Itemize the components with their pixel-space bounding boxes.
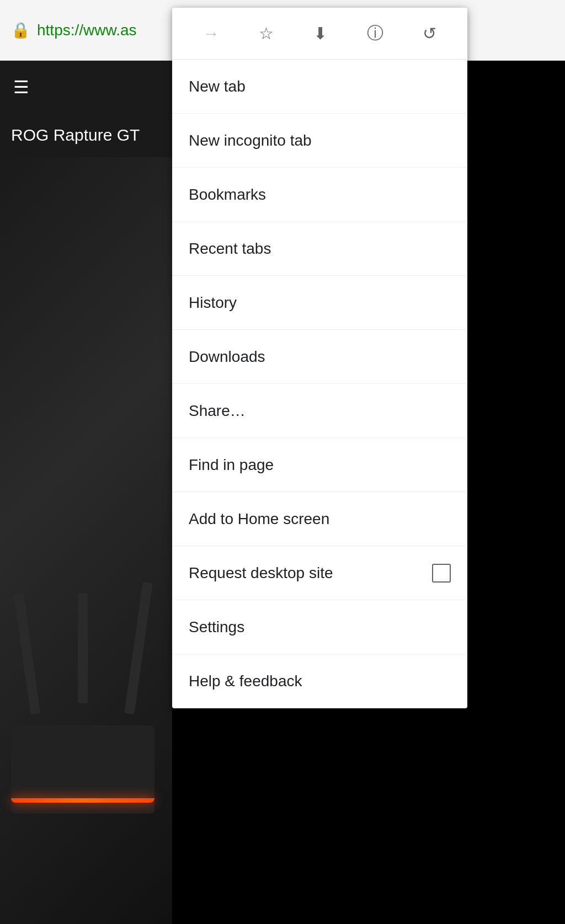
bookmark-icon[interactable]: ☆ [254,19,278,47]
menu-item-request-desktop[interactable]: Request desktop site [172,546,467,600]
page-title-area: ROG Rapture GT [0,113,172,157]
antenna-center [78,593,88,703]
dropdown-menu: → ☆ ⬇ ⓘ ↺ New tabNew incognito tabBookma… [172,8,467,708]
menu-item-share[interactable]: Share… [172,384,467,438]
menu-item-downloads[interactable]: Downloads [172,330,467,384]
menu-item-label-history: History [189,294,237,312]
nav-bar: ☰ [0,61,172,113]
menu-item-label-add-to-home: Add to Home screen [189,510,329,528]
menu-item-add-to-home[interactable]: Add to Home screen [172,492,467,546]
menu-item-label-request-desktop: Request desktop site [189,564,333,582]
menu-item-new-tab[interactable]: New tab [172,60,467,114]
checkbox-request-desktop[interactable] [432,564,451,583]
forward-icon[interactable]: → [199,20,224,47]
menu-item-label-help-feedback: Help & feedback [189,672,302,690]
router-base [11,725,154,814]
menu-item-label-settings: Settings [189,618,244,636]
menu-item-find-in-page[interactable]: Find in page [172,438,467,492]
menu-item-label-bookmarks: Bookmarks [189,186,266,204]
url-text[interactable]: https://www.as [37,22,137,39]
router-image [0,157,172,924]
page-content [0,157,172,924]
menu-item-help-feedback[interactable]: Help & feedback [172,654,467,708]
menu-item-settings[interactable]: Settings [172,600,467,654]
info-icon[interactable]: ⓘ [363,18,388,49]
menu-item-label-find-in-page: Find in page [189,456,274,474]
antenna-left [14,593,40,714]
menu-item-label-new-incognito-tab: New incognito tab [189,132,312,149]
menu-item-history[interactable]: History [172,276,467,330]
menu-item-new-incognito-tab[interactable]: New incognito tab [172,114,467,168]
download-icon[interactable]: ⬇ [309,19,332,47]
refresh-icon[interactable]: ↺ [418,19,441,47]
page-title: ROG Rapture GT [11,126,140,145]
menu-item-label-downloads: Downloads [189,348,265,366]
menu-item-label-new-tab: New tab [189,78,246,95]
menu-item-label-share: Share… [189,402,246,420]
menu-item-recent-tabs[interactable]: Recent tabs [172,222,467,276]
menu-items-list: New tabNew incognito tabBookmarksRecent … [172,60,467,708]
lock-icon: 🔒 [11,21,30,39]
menu-toolbar: → ☆ ⬇ ⓘ ↺ [172,8,467,60]
menu-item-label-recent-tabs: Recent tabs [189,240,271,258]
router-body [11,621,154,814]
menu-item-bookmarks[interactable]: Bookmarks [172,168,467,222]
router-accent [11,798,154,803]
antenna-right [124,582,152,714]
hamburger-icon[interactable]: ☰ [13,78,29,96]
